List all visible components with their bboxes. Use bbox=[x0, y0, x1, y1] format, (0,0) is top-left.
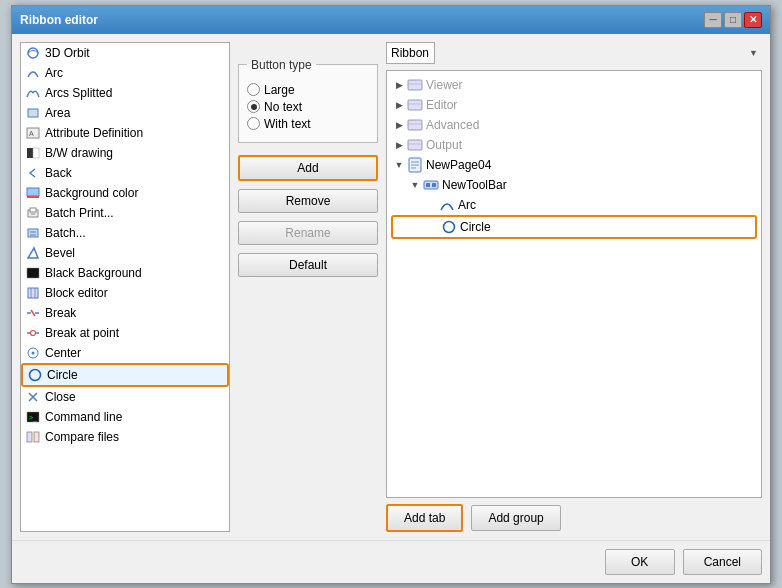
list-item-label: Batch... bbox=[45, 226, 86, 240]
ribbon-editor-dialog: Ribbon editor ─ □ ✕ 3D Orbit bbox=[11, 5, 771, 584]
list-item[interactable]: Batch... bbox=[21, 223, 229, 243]
list-item[interactable]: Background color bbox=[21, 183, 229, 203]
svg-rect-1 bbox=[28, 109, 38, 117]
expand-icon: ▶ bbox=[391, 80, 407, 90]
expand-icon: ▶ bbox=[391, 120, 407, 130]
tree-item-newtoolbar[interactable]: ▼ NewToolBar bbox=[391, 175, 757, 195]
remove-button[interactable]: Remove bbox=[238, 189, 378, 213]
list-item[interactable]: Close bbox=[21, 387, 229, 407]
list-item-label: Bevel bbox=[45, 246, 75, 260]
title-bar-controls: ─ □ ✕ bbox=[704, 12, 762, 28]
circle-list-item[interactable]: Circle bbox=[21, 363, 229, 387]
circle-tree-icon bbox=[441, 219, 457, 235]
dialog-footer: OK Cancel bbox=[12, 540, 770, 583]
list-item-label: 3D Orbit bbox=[45, 46, 90, 60]
list-item[interactable]: >_ Command line bbox=[21, 407, 229, 427]
batch-print-icon bbox=[25, 205, 41, 221]
tree-item-arc[interactable]: Arc bbox=[391, 195, 757, 215]
withtext-radio-row[interactable]: With text bbox=[247, 117, 369, 131]
tree-label: Arc bbox=[458, 198, 476, 212]
large-radio-row[interactable]: Large bbox=[247, 83, 369, 97]
svg-point-21 bbox=[31, 330, 36, 335]
brkpt-icon bbox=[25, 325, 41, 341]
title-bar: Ribbon editor ─ □ ✕ bbox=[12, 6, 770, 34]
list-item-label: Back bbox=[45, 166, 72, 180]
svg-rect-4 bbox=[27, 148, 33, 158]
rename-button[interactable]: Rename bbox=[238, 221, 378, 245]
maximize-button[interactable]: □ bbox=[724, 12, 742, 28]
svg-rect-31 bbox=[408, 100, 422, 110]
add-group-button[interactable]: Add group bbox=[471, 505, 560, 531]
svg-rect-15 bbox=[28, 288, 38, 298]
minimize-button[interactable]: ─ bbox=[704, 12, 722, 28]
circle-icon bbox=[27, 367, 43, 383]
svg-rect-43 bbox=[432, 183, 436, 187]
list-item[interactable]: Center bbox=[21, 343, 229, 363]
notext-radio[interactable] bbox=[247, 100, 260, 113]
tree-item-circle[interactable]: Circle bbox=[391, 215, 757, 239]
expand-icon: ▶ bbox=[391, 140, 407, 150]
list-item[interactable]: Black Background bbox=[21, 263, 229, 283]
list-item[interactable]: Back bbox=[21, 163, 229, 183]
tree-item-editor[interactable]: ▶ Editor bbox=[391, 95, 757, 115]
list-item-label: Close bbox=[45, 390, 76, 404]
list-item[interactable]: Arcs Splitted bbox=[21, 83, 229, 103]
tree-item-output[interactable]: ▶ Output bbox=[391, 135, 757, 155]
arc-tree-icon bbox=[439, 197, 455, 213]
svg-rect-9 bbox=[30, 208, 36, 212]
tree-label: Editor bbox=[426, 98, 457, 112]
tree-label: NewToolBar bbox=[442, 178, 507, 192]
button-type-group: Button type Large No text With text bbox=[238, 58, 378, 143]
withtext-radio[interactable] bbox=[247, 117, 260, 130]
tree-item-viewer[interactable]: ▶ Viewer bbox=[391, 75, 757, 95]
list-item[interactable]: Arc bbox=[21, 63, 229, 83]
list-item[interactable]: Block editor bbox=[21, 283, 229, 303]
area-icon bbox=[25, 105, 41, 121]
add-tab-button[interactable]: Add tab bbox=[386, 504, 463, 532]
cmd-icon: >_ bbox=[25, 409, 41, 425]
list-item[interactable]: Compare files bbox=[21, 427, 229, 447]
list-item[interactable]: 3D Orbit bbox=[21, 43, 229, 63]
tree-label: Circle bbox=[460, 220, 491, 234]
list-item[interactable]: Batch Print... bbox=[21, 203, 229, 223]
dialog-content: 3D Orbit Arc Arcs Splitted bbox=[12, 34, 770, 540]
list-item-label: B/W drawing bbox=[45, 146, 113, 160]
command-list[interactable]: 3D Orbit Arc Arcs Splitted bbox=[21, 43, 229, 531]
large-radio[interactable] bbox=[247, 83, 260, 96]
list-item[interactable]: A Attribute Definition bbox=[21, 123, 229, 143]
ok-button[interactable]: OK bbox=[605, 549, 675, 575]
tree-item-newpage04[interactable]: ▼ NewPage04 bbox=[391, 155, 757, 175]
list-item[interactable]: Area bbox=[21, 103, 229, 123]
ribbon-select[interactable]: Ribbon bbox=[386, 42, 435, 64]
svg-rect-42 bbox=[426, 183, 430, 187]
list-item[interactable]: Break bbox=[21, 303, 229, 323]
toolbar-icon bbox=[407, 97, 423, 113]
ribbon-tree: ▶ Viewer ▶ Editor bbox=[386, 70, 762, 498]
default-button[interactable]: Default bbox=[238, 253, 378, 277]
list-item-label: Circle bbox=[47, 368, 78, 382]
close-button[interactable]: ✕ bbox=[744, 12, 762, 28]
arc-icon bbox=[25, 65, 41, 81]
list-item-label: Background color bbox=[45, 186, 138, 200]
tree-label: Output bbox=[426, 138, 462, 152]
tree-label: Viewer bbox=[426, 78, 462, 92]
list-item-label: Block editor bbox=[45, 286, 108, 300]
list-item[interactable]: Bevel bbox=[21, 243, 229, 263]
cancel-button[interactable]: Cancel bbox=[683, 549, 762, 575]
svg-text:>_: >_ bbox=[29, 414, 37, 422]
svg-rect-7 bbox=[27, 196, 39, 198]
large-label: Large bbox=[264, 83, 295, 97]
add-button[interactable]: Add bbox=[238, 155, 378, 181]
batch-icon bbox=[25, 225, 41, 241]
tree-item-advanced[interactable]: ▶ Advanced bbox=[391, 115, 757, 135]
list-item-label: Area bbox=[45, 106, 70, 120]
notext-radio-row[interactable]: No text bbox=[247, 100, 369, 114]
back-icon bbox=[25, 165, 41, 181]
list-item-label: Arcs Splitted bbox=[45, 86, 112, 100]
list-item[interactable]: Break at point bbox=[21, 323, 229, 343]
break-icon bbox=[25, 305, 41, 321]
list-item[interactable]: B/W drawing bbox=[21, 143, 229, 163]
bevel-icon bbox=[25, 245, 41, 261]
right-bottom: Add tab Add group bbox=[386, 504, 762, 532]
list-item-label: Attribute Definition bbox=[45, 126, 143, 140]
